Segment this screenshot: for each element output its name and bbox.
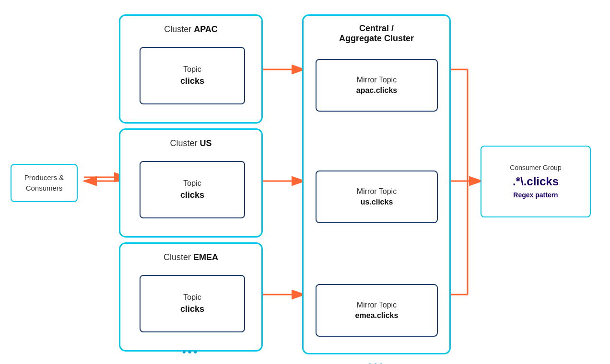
us-cluster: Cluster US Topic clicks	[119, 128, 263, 238]
us-cluster-title: Cluster US	[170, 138, 211, 148]
left-dots: •••	[182, 346, 199, 358]
consumer-group-box: Consumer Group .*\.clicks Regex pattern	[481, 146, 591, 217]
us-topic-label: Topic clicks	[180, 178, 204, 201]
emea-cluster-title: Cluster EMEA	[164, 252, 218, 262]
us-mirror-box: Mirror Topic us.clicks	[316, 171, 438, 223]
apac-topic-box: Topic clicks	[140, 47, 245, 104]
apac-mirror-box: Mirror Topic apac.clicks	[316, 59, 438, 112]
apac-mirror-label: Mirror Topic apac.clicks	[356, 75, 397, 96]
central-dots: •••	[368, 359, 385, 364]
emea-mirror-box: Mirror Topic emea.clicks	[316, 284, 438, 337]
emea-topic-label: Topic clicks	[180, 292, 204, 315]
central-cluster-title: Central /Aggregate Cluster	[339, 23, 414, 44]
emea-mirror-label: Mirror Topic emea.clicks	[355, 300, 399, 321]
apac-cluster: Cluster APAC Topic clicks	[119, 14, 263, 124]
producers-consumers-label: Producers & Consumers	[24, 172, 64, 194]
emea-cluster: Cluster EMEA Topic clicks	[119, 242, 263, 352]
us-topic-box: Topic clicks	[140, 161, 245, 218]
producers-consumers-box: Producers & Consumers	[11, 164, 78, 202]
diagram: Producers & Consumers Cluster APAC Topic…	[0, 0, 610, 364]
consumer-group-label: Consumer Group .*\.clicks Regex pattern	[510, 163, 561, 200]
emea-topic-box: Topic clicks	[140, 275, 245, 332]
apac-cluster-title: Cluster APAC	[164, 24, 218, 34]
us-mirror-label: Mirror Topic us.clicks	[357, 186, 397, 208]
apac-topic-label: Topic clicks	[180, 64, 204, 87]
central-cluster: Central /Aggregate Cluster Mirror Topic …	[302, 14, 451, 354]
